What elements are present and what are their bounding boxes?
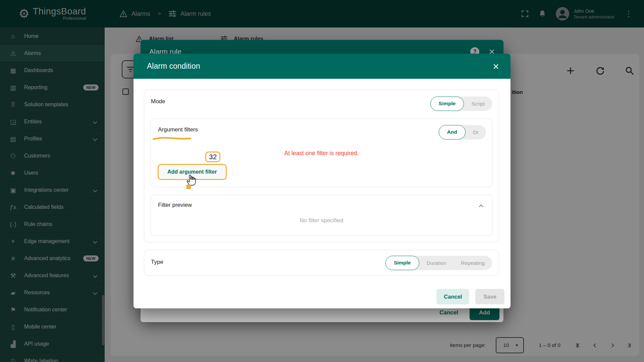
cancel-button[interactable]: Cancel [436, 289, 469, 304]
condition-settings-card: Mode SimpleScript Argument filters AndOr… [144, 89, 499, 242]
type-label: Type [151, 259, 163, 265]
type-toggle-group: SimpleDurationRepeating [385, 256, 492, 270]
operator-toggle-group: AndOr [439, 125, 486, 139]
mode-label: Mode [151, 98, 165, 105]
argument-filters-card: Argument filters AndOr At least one filt… [151, 119, 492, 187]
toggle-option-and[interactable]: And [439, 125, 466, 139]
screen: ⚙ ThingsBoard Professional Alarms > [0, 0, 644, 362]
modal-footer: Cancel Save [436, 289, 504, 304]
add-argument-filter-annotated: Add argument filter 32 [158, 164, 227, 180]
filter-preview-empty-text: No filter specified [151, 217, 492, 224]
annotation-number-badge: 32 [205, 152, 220, 162]
alarm-condition-header: Alarm condition × [133, 54, 511, 79]
toggle-option-simple[interactable]: Simple [430, 97, 464, 111]
argument-filters-highlight-underline [152, 136, 193, 140]
toggle-option-or[interactable]: Or [466, 125, 486, 139]
click-indicator-box [186, 185, 191, 189]
filter-preview-card: Filter preview No filter specified [151, 195, 492, 236]
toggle-option-repeating[interactable]: Repeating [453, 256, 492, 270]
filter-preview-title: Filter preview [158, 202, 192, 208]
toggle-option-script[interactable]: Script [464, 97, 492, 111]
toggle-option-duration[interactable]: Duration [419, 256, 454, 270]
close-icon[interactable]: × [493, 61, 499, 72]
collapse-chevron-icon[interactable] [479, 204, 483, 209]
mode-toggle-group: SimpleScript [430, 97, 492, 111]
alarm-condition-modal: Alarm condition × Mode SimpleScript Argu… [133, 54, 511, 308]
argument-filters-title: Argument filters [158, 126, 198, 133]
alarm-condition-title: Alarm condition [147, 62, 200, 71]
save-button[interactable]: Save [475, 289, 504, 304]
type-card: Type SimpleDurationRepeating [144, 250, 499, 276]
toggle-option-simple[interactable]: Simple [385, 256, 419, 270]
filter-required-error: At least one filter is required. [151, 150, 492, 157]
